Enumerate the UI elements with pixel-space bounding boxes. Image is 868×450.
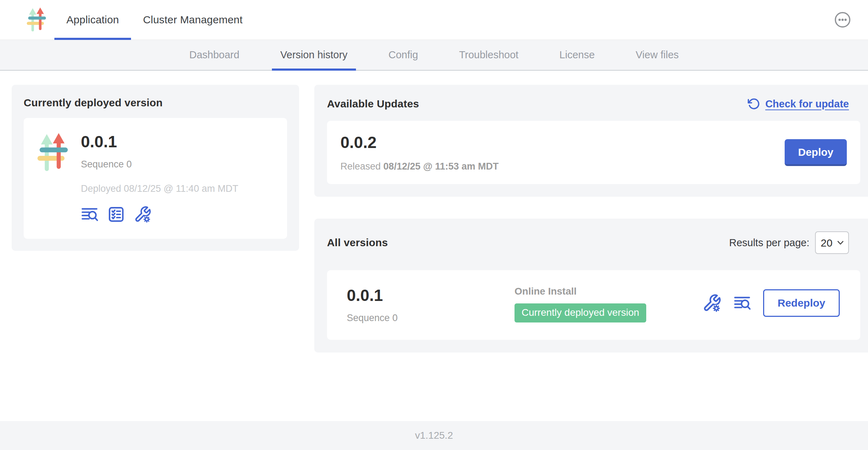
update-released-timestamp: Released 08/12/25 @ 11:53 am MDT	[340, 161, 499, 172]
check-for-update-label: Check for update	[765, 98, 849, 110]
status-badge: Currently deployed version	[515, 303, 646, 322]
subtab-version-history[interactable]: Version history	[260, 40, 368, 70]
deployed-sequence: Sequence 0	[81, 159, 238, 170]
tab-cluster-management[interactable]: Cluster Management	[131, 0, 255, 40]
top-tab-bar: Application Cluster Management	[54, 0, 255, 40]
tab-application[interactable]: Application	[54, 0, 131, 40]
app-logo	[26, 0, 47, 40]
update-version-number: 0.0.2	[340, 133, 499, 152]
available-updates-card: Available Updates Check for update 0.0.2…	[314, 85, 868, 197]
config-wrench-icon[interactable]	[134, 206, 151, 223]
update-row: 0.0.2 Released 08/12/25 @ 11:53 am MDT D…	[327, 121, 860, 184]
currently-deployed-card: Currently deployed version 0.0.1 Sequenc…	[12, 85, 299, 251]
released-date: 08/12/25 @ 11:53 am MDT	[384, 161, 499, 172]
preflight-checklist-icon[interactable]	[108, 206, 125, 223]
deployed-version-number: 0.0.1	[81, 132, 238, 151]
top-nav: Application Cluster Management	[0, 0, 868, 40]
install-type-label: Online Install	[515, 286, 702, 297]
config-wrench-icon[interactable]	[702, 294, 721, 313]
diff-log-icon[interactable]	[733, 294, 751, 312]
subtab-config[interactable]: Config	[368, 40, 439, 70]
subtab-dashboard[interactable]: Dashboard	[169, 40, 260, 70]
results-per-page-select[interactable]: 20	[815, 231, 849, 254]
deployed-version-panel: 0.0.1 Sequence 0 Deployed 08/12/25 @ 11:…	[24, 118, 287, 239]
deploy-button[interactable]: Deploy	[785, 139, 847, 166]
subtab-license[interactable]: License	[539, 40, 615, 70]
currently-deployed-title: Currently deployed version	[24, 97, 287, 109]
all-versions-card: All versions Results per page: 20 0	[314, 219, 868, 353]
subtab-troubleshoot[interactable]: Troubleshoot	[439, 40, 539, 70]
check-for-update-link[interactable]: Check for update	[748, 97, 849, 110]
console-footer: v1.125.2	[0, 421, 868, 450]
subtab-view-files[interactable]: View files	[615, 40, 699, 70]
redeploy-button[interactable]: Redeploy	[763, 289, 840, 317]
console-version: v1.125.2	[415, 430, 453, 441]
diff-log-icon[interactable]	[81, 206, 99, 223]
version-history-page: Currently deployed version 0.0.1 Sequenc…	[0, 71, 868, 353]
all-versions-title: All versions	[327, 237, 388, 249]
app-sub-nav: Dashboard Version history Config Trouble…	[0, 40, 868, 71]
row-version-number: 0.0.1	[347, 286, 515, 305]
app-logo	[36, 133, 69, 223]
row-sequence: Sequence 0	[347, 313, 515, 324]
results-per-page-label: Results per page:	[729, 237, 809, 249]
deployed-timestamp: Deployed 08/12/25 @ 11:40 am MDT	[81, 183, 238, 194]
refresh-icon	[748, 97, 760, 110]
ellipsis-circle-icon	[834, 12, 851, 28]
released-prefix: Released	[340, 161, 381, 172]
overflow-menu-button[interactable]	[834, 12, 851, 29]
version-row: 0.0.1 Sequence 0 Online Install Currentl…	[327, 270, 860, 340]
available-updates-title: Available Updates	[327, 98, 419, 110]
